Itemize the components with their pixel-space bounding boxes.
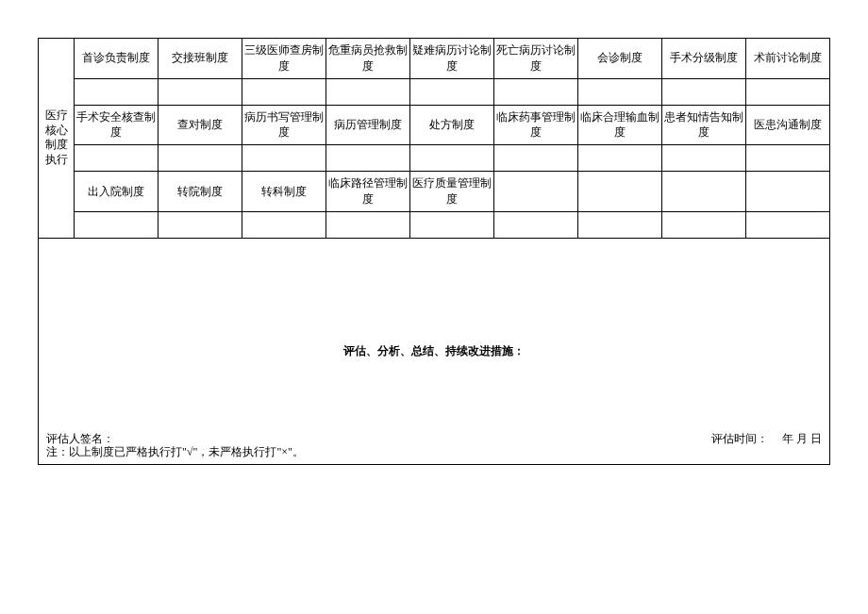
r3b9[interactable] [746, 211, 830, 238]
r1c4: 危重病员抢救制度 [326, 39, 410, 79]
r3b8[interactable] [662, 211, 746, 238]
r2b7[interactable] [578, 145, 662, 172]
row3-blanks [39, 211, 830, 238]
time-value: 年 月 日 [782, 432, 822, 445]
r2c7: 临床合理输血制度 [578, 105, 662, 145]
r1c1: 首诊负责制度 [75, 39, 159, 79]
r1c5: 疑难病历讨论制度 [410, 39, 494, 79]
r3c3: 转科制度 [242, 172, 326, 212]
r2c9: 医患沟通制度 [746, 105, 830, 145]
r3c4: 临床路径管理制度 [326, 172, 410, 212]
r3b5[interactable] [410, 211, 494, 238]
r1b7[interactable] [578, 78, 662, 105]
r1b6[interactable] [494, 78, 578, 105]
r2c4: 病历管理制度 [326, 105, 410, 145]
r3b6[interactable] [494, 211, 578, 238]
r3c1: 出入院制度 [75, 172, 159, 212]
r3c8 [662, 172, 746, 212]
r2c2: 查对制度 [159, 105, 242, 145]
assessment-row: 评估、分析、总结、持续改进措施： 评估人签名： 评估时间： 年 月 日 注：以上… [39, 238, 830, 464]
r2b3[interactable] [242, 145, 326, 172]
r1c8: 手术分级制度 [662, 39, 746, 79]
r2c5: 处方制度 [410, 105, 494, 145]
row2-blanks [39, 145, 830, 172]
r3c6 [494, 172, 578, 212]
r2c1: 手术安全核查制度 [75, 105, 159, 145]
r1b5[interactable] [410, 78, 494, 105]
r3b4[interactable] [326, 211, 410, 238]
r1b4[interactable] [326, 78, 410, 105]
r1c3: 三级医师查房制度 [242, 39, 326, 79]
r2b6[interactable] [494, 145, 578, 172]
r1c2: 交接班制度 [159, 39, 242, 79]
r1b8[interactable] [662, 78, 746, 105]
r3b1[interactable] [75, 211, 159, 238]
r1b1[interactable] [75, 78, 159, 105]
r2c6: 临床药事管理制度 [494, 105, 578, 145]
r1b3[interactable] [242, 78, 326, 105]
r3c9 [746, 172, 830, 212]
time-block: 评估时间： 年 月 日 [711, 431, 822, 447]
r2b9[interactable] [746, 145, 830, 172]
r3c5: 医疗质量管理制度 [410, 172, 494, 212]
row3-labels: 出入院制度 转院制度 转科制度 临床路径管理制度 医疗质量管理制度 [39, 172, 830, 212]
r2c8: 患者知情告知制度 [662, 105, 746, 145]
r2c3: 病历书写管理制度 [242, 105, 326, 145]
footer-note: 注：以上制度已严格执行打"√"，未严格执行打"×"。 [46, 444, 304, 460]
r2b2[interactable] [159, 145, 242, 172]
r1c9: 术前讨论制度 [746, 39, 830, 79]
row2-labels: 手术安全核查制度 查对制度 病历书写管理制度 病历管理制度 处方制度 临床药事管… [39, 105, 830, 145]
assessment-cell[interactable]: 评估、分析、总结、持续改进措施： 评估人签名： 评估时间： 年 月 日 注：以上… [39, 238, 830, 464]
r3b7[interactable] [578, 211, 662, 238]
r3c7 [578, 172, 662, 212]
core-system-table: 医疗核心制度执行 首诊负责制度 交接班制度 三级医师查房制度 危重病员抢救制度 … [38, 38, 830, 465]
row1-labels: 医疗核心制度执行 首诊负责制度 交接班制度 三级医师查房制度 危重病员抢救制度 … [39, 39, 830, 79]
assessment-title: 评估、分析、总结、持续改进措施： [343, 344, 525, 357]
row1-blanks [39, 78, 830, 105]
time-label: 评估时间： [711, 432, 768, 445]
r2b1[interactable] [75, 145, 159, 172]
section-header-text: 医疗核心制度执行 [41, 108, 72, 167]
r1b9[interactable] [746, 78, 830, 105]
r2b4[interactable] [326, 145, 410, 172]
r3b3[interactable] [242, 211, 326, 238]
r2b8[interactable] [662, 145, 746, 172]
r1c6: 死亡病历讨论制度 [494, 39, 578, 79]
r2b5[interactable] [410, 145, 494, 172]
r3b2[interactable] [159, 211, 242, 238]
section-header: 医疗核心制度执行 [39, 39, 75, 239]
r3c2: 转院制度 [159, 172, 242, 212]
r1b2[interactable] [159, 78, 242, 105]
r1c7: 会诊制度 [578, 39, 662, 79]
